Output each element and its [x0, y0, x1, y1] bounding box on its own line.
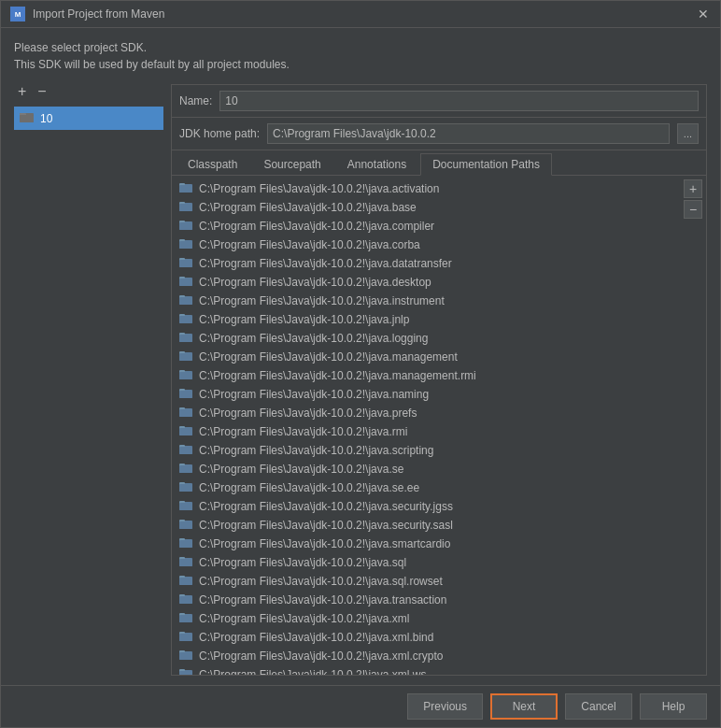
list-item[interactable]: C:\Program Files\Java\jdk-10.0.2!\java.x…	[172, 647, 680, 665]
list-item[interactable]: C:\Program Files\Java\jdk-10.0.2!\java.s…	[172, 460, 680, 478]
add-path-button[interactable]: +	[684, 179, 702, 198]
svg-rect-82	[179, 652, 192, 660]
list-item[interactable]: C:\Program Files\Java\jdk-10.0.2!\java.n…	[172, 385, 680, 404]
list-item[interactable]: C:\Program Files\Java\jdk-10.0.2!\java.m…	[172, 366, 680, 385]
path-text: C:\Program Files\Java\jdk-10.0.2!\java.j…	[199, 313, 409, 326]
dialog-body: Please select project SDK. This SDK will…	[1, 28, 720, 685]
sdk-tree-item[interactable]: 10	[14, 107, 163, 130]
folder-icon	[179, 181, 193, 196]
tab-classpath[interactable]: Classpath	[176, 153, 249, 175]
close-button[interactable]: ✕	[696, 7, 711, 21]
list-item[interactable]: C:\Program Files\Java\jdk-10.0.2!\java.s…	[172, 478, 680, 497]
list-item[interactable]: C:\Program Files\Java\jdk-10.0.2!\java.r…	[172, 422, 680, 441]
svg-rect-25	[179, 297, 192, 305]
cancel-button[interactable]: Cancel	[565, 693, 632, 720]
list-item[interactable]: C:\Program Files\Java\jdk-10.0.2!\java.x…	[172, 628, 680, 647]
svg-rect-22	[179, 278, 192, 286]
list-item[interactable]: C:\Program Files\Java\jdk-10.0.2!\java.s…	[172, 497, 680, 516]
list-item[interactable]: C:\Program Files\Java\jdk-10.0.2!\java.s…	[172, 572, 680, 591]
svg-rect-79	[179, 634, 192, 641]
folder-icon	[179, 611, 193, 626]
svg-rect-73	[179, 596, 192, 604]
path-text: C:\Program Files\Java\jdk-10.0.2!\java.x…	[199, 649, 443, 663]
help-button[interactable]: Help	[640, 693, 707, 720]
dialog-window: M Import Project from Maven ✕ Please sel…	[0, 0, 721, 728]
svg-rect-13	[179, 222, 192, 230]
list-item[interactable]: C:\Program Files\Java\jdk-10.0.2!\java.s…	[172, 516, 680, 535]
list-item[interactable]: C:\Program Files\Java\jdk-10.0.2!\java.x…	[172, 609, 680, 628]
svg-rect-43	[179, 409, 192, 417]
path-text: C:\Program Files\Java\jdk-10.0.2!\java.s…	[199, 444, 433, 457]
path-text: C:\Program Files\Java\jdk-10.0.2!\java.s…	[199, 500, 453, 513]
svg-rect-64	[179, 540, 192, 548]
path-text: C:\Program Files\Java\jdk-10.0.2!\java.i…	[199, 294, 445, 307]
svg-rect-34	[179, 353, 192, 361]
list-item[interactable]: C:\Program Files\Java\jdk-10.0.2!\java.i…	[172, 292, 680, 310]
remove-path-button[interactable]: −	[684, 200, 702, 219]
paths-list[interactable]: C:\Program Files\Java\jdk-10.0.2!\java.a…	[172, 176, 680, 675]
folder-icon	[179, 237, 193, 252]
list-item[interactable]: C:\Program Files\Java\jdk-10.0.2!\java.a…	[172, 179, 680, 198]
list-item[interactable]: C:\Program Files\Java\jdk-10.0.2!\java.s…	[172, 441, 680, 460]
list-item[interactable]: C:\Program Files\Java\jdk-10.0.2!\java.s…	[172, 535, 680, 553]
jdk-input[interactable]	[267, 123, 670, 144]
path-text: C:\Program Files\Java\jdk-10.0.2!\java.s…	[199, 556, 406, 569]
add-sdk-button[interactable]: +	[14, 84, 30, 99]
folder-icon	[179, 293, 193, 308]
svg-rect-4	[20, 115, 34, 122]
list-item[interactable]: C:\Program Files\Java\jdk-10.0.2!\java.s…	[172, 553, 680, 572]
tab-annotations[interactable]: Annotations	[335, 153, 418, 175]
list-item[interactable]: C:\Program Files\Java\jdk-10.0.2!\java.p…	[172, 404, 680, 422]
list-item[interactable]: C:\Program Files\Java\jdk-10.0.2!\java.l…	[172, 329, 680, 348]
path-text: C:\Program Files\Java\jdk-10.0.2!\java.n…	[199, 388, 429, 401]
next-button[interactable]: Next	[490, 693, 558, 720]
folder-icon	[179, 331, 193, 346]
svg-rect-76	[179, 615, 192, 622]
list-item[interactable]: C:\Program Files\Java\jdk-10.0.2!\java.t…	[172, 591, 680, 609]
svg-rect-10	[179, 204, 192, 211]
path-text: C:\Program Files\Java\jdk-10.0.2!\java.c…	[199, 238, 420, 251]
path-text: C:\Program Files\Java\jdk-10.0.2!\java.s…	[199, 537, 450, 550]
jdk-label: JDK home path:	[179, 127, 260, 140]
paths-area: C:\Program Files\Java\jdk-10.0.2!\java.a…	[172, 176, 706, 675]
description-text: Please select project SDK. This SDK will…	[14, 39, 707, 73]
folder-icon	[179, 499, 193, 514]
folder-icon	[179, 200, 193, 215]
folder-icon	[179, 406, 193, 421]
tab-documentation[interactable]: Documentation Paths	[420, 153, 552, 176]
list-item[interactable]: C:\Program Files\Java\jdk-10.0.2!\java.c…	[172, 236, 680, 254]
svg-rect-16	[179, 241, 192, 249]
folder-icon	[179, 275, 193, 290]
folder-icon	[179, 630, 193, 645]
list-item[interactable]: C:\Program Files\Java\jdk-10.0.2!\java.m…	[172, 348, 680, 366]
svg-rect-58	[179, 503, 192, 510]
footer: Previous Next Cancel Help	[1, 685, 720, 727]
previous-button[interactable]: Previous	[407, 693, 483, 720]
name-row: Name:	[172, 85, 706, 118]
path-text: C:\Program Files\Java\jdk-10.0.2!\java.m…	[199, 350, 458, 364]
tab-sourcepath[interactable]: Sourcepath	[251, 153, 332, 175]
folder-icon	[179, 518, 193, 533]
folder-icon	[179, 480, 193, 495]
svg-rect-40	[179, 391, 192, 398]
path-text: C:\Program Files\Java\jdk-10.0.2!\java.r…	[199, 425, 407, 438]
svg-rect-31	[179, 335, 192, 342]
svg-rect-46	[179, 428, 192, 435]
add-remove-bar: + −	[14, 84, 163, 99]
list-item[interactable]: C:\Program Files\Java\jdk-10.0.2!\java.j…	[172, 310, 680, 329]
list-item[interactable]: C:\Program Files\Java\jdk-10.0.2!\java.x…	[172, 665, 680, 675]
remove-sdk-button[interactable]: −	[34, 84, 49, 99]
path-text: C:\Program Files\Java\jdk-10.0.2!\java.t…	[199, 593, 446, 607]
folder-icon	[179, 536, 193, 551]
svg-rect-85	[179, 671, 192, 675]
folder-icon	[179, 312, 193, 327]
list-item[interactable]: C:\Program Files\Java\jdk-10.0.2!\java.d…	[172, 254, 680, 273]
path-text: C:\Program Files\Java\jdk-10.0.2!\java.d…	[199, 257, 452, 270]
name-input[interactable]	[219, 91, 699, 111]
list-item[interactable]: C:\Program Files\Java\jdk-10.0.2!\java.b…	[172, 198, 680, 217]
list-item[interactable]: C:\Program Files\Java\jdk-10.0.2!\java.c…	[172, 217, 680, 236]
browse-button[interactable]: ...	[677, 123, 699, 144]
path-text: C:\Program Files\Java\jdk-10.0.2!\java.l…	[199, 332, 428, 345]
list-item[interactable]: C:\Program Files\Java\jdk-10.0.2!\java.d…	[172, 273, 680, 292]
folder-icon	[179, 574, 193, 589]
